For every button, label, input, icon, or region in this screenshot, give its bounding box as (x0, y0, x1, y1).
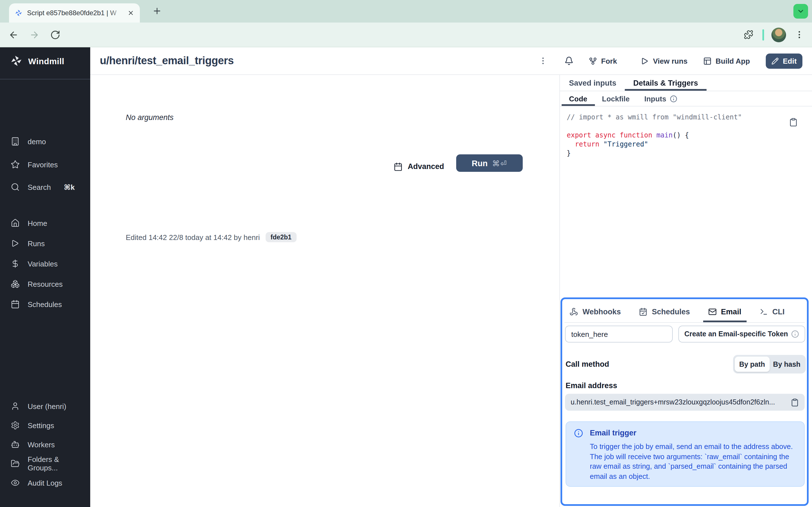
tab-email-label: Email (721, 307, 741, 316)
sidebar-item-label: Home (28, 219, 47, 227)
info-icon (670, 95, 677, 102)
sidebar-item-workspace[interactable]: demo (0, 133, 90, 149)
code-viewer: // import * as wmill from "windmill-clie… (567, 113, 742, 158)
sidebar: Windmill demo Favorites Search ⌘k Home R… (0, 47, 90, 507)
no-arguments-text: No arguments (126, 113, 174, 122)
sidebar-item-schedules[interactable]: Schedules (0, 296, 90, 312)
forward-button[interactable] (29, 30, 40, 40)
version-hash-badge[interactable]: fde2b1 (266, 232, 297, 242)
windmill-brand[interactable]: Windmill (10, 55, 64, 67)
email-address-field[interactable]: u.henri.test_email_triggers+mrsw23zlouxg… (565, 394, 805, 411)
info-title: Email trigger (590, 429, 637, 437)
avatar[interactable] (771, 27, 786, 42)
panel-tabs: Saved inputs Details & Triggers (560, 75, 812, 91)
sidebar-item-variables[interactable]: Variables (0, 256, 90, 272)
sidebar-item-label: Folders & Groups... (28, 455, 90, 472)
tab-email[interactable]: Email (703, 301, 746, 322)
page-title: u/henri/test_email_triggers (100, 55, 234, 67)
call-method-toggle: By path By hash (733, 355, 806, 374)
brand-name: Windmill (28, 56, 64, 66)
tab-code[interactable]: Code (562, 91, 595, 106)
header-kebab-menu[interactable] (539, 47, 548, 74)
by-path-option[interactable]: By path (735, 356, 769, 372)
run-button[interactable]: Run ⌘⏎ (456, 154, 523, 172)
play-icon (641, 57, 649, 65)
tab-inputs[interactable]: Inputs (637, 91, 684, 106)
view-runs-label: View runs (653, 57, 688, 65)
extensions-icon[interactable] (744, 30, 753, 40)
layout-grid-icon (703, 57, 712, 65)
advanced-button[interactable]: Advanced (394, 158, 444, 175)
edited-text: Edited 14:42 22/8 today at 14:42 by henr… (126, 233, 260, 241)
build-app-button[interactable]: Build App (703, 47, 750, 74)
run-label: Run (472, 159, 488, 168)
sidebar-item-home[interactable]: Home (0, 215, 90, 231)
info-body: To trigger the job by email, send an ema… (590, 442, 796, 481)
browser-toolbar: app.windmill.dev/scripts/get/e857be88e0f… (0, 22, 812, 47)
building-icon (11, 137, 20, 146)
edit-label: Edit (783, 57, 797, 65)
browser-tabstrip: Script e857be88e0fde2b1 | W (0, 0, 812, 22)
token-input[interactable] (565, 326, 673, 342)
edit-button[interactable]: Edit (766, 54, 802, 69)
new-tab-button[interactable] (152, 6, 162, 16)
sidebar-item-workers[interactable]: Workers (0, 437, 90, 452)
reload-button[interactable] (50, 30, 60, 40)
sidebar-item-user[interactable]: User (henri) (0, 398, 90, 414)
browser-tab[interactable]: Script e857be88e0fde2b1 | W (9, 3, 140, 22)
calendar-check-icon (639, 307, 647, 316)
webhook-icon (569, 307, 578, 316)
star-icon (11, 160, 20, 169)
back-button[interactable] (8, 30, 18, 40)
calendar-icon (11, 300, 20, 309)
tab-close-icon[interactable] (128, 10, 134, 16)
create-email-token-button[interactable]: Create an Email-specific Token (678, 326, 805, 342)
chevron-down-icon (797, 7, 805, 15)
dollar-icon (11, 259, 20, 268)
sidebar-item-label: Schedules (28, 300, 62, 308)
by-hash-option[interactable]: By hash (769, 356, 804, 372)
tab-details-triggers[interactable]: Details & Triggers (625, 75, 707, 91)
notifications-bell[interactable] (564, 47, 573, 74)
build-app-label: Build App (716, 57, 750, 65)
sidebar-item-runs[interactable]: Runs (0, 235, 90, 251)
sidebar-item-label: Favorites (28, 160, 58, 169)
tab-schedules[interactable]: Schedules (634, 301, 695, 322)
edited-row: Edited 14:42 22/8 today at 14:42 by henr… (126, 232, 297, 242)
folder-open-icon (11, 459, 20, 468)
tab-saved-inputs[interactable]: Saved inputs (560, 75, 625, 91)
fork-label: Fork (601, 57, 617, 65)
sidebar-item-resources[interactable]: Resources (0, 276, 90, 292)
search-icon (11, 182, 20, 191)
envelope-icon (708, 307, 716, 316)
tab-webhooks[interactable]: Webhooks (564, 301, 626, 322)
fork-icon (589, 57, 597, 65)
sidebar-item-settings[interactable]: Settings (0, 417, 90, 433)
clipboard-icon (791, 398, 799, 406)
tab-lockfile[interactable]: Lockfile (595, 91, 637, 106)
copy-code-icon[interactable] (789, 118, 798, 127)
browser-menu-icon[interactable] (795, 30, 804, 40)
user-icon (11, 402, 20, 411)
sidebar-item-folders-groups[interactable]: Folders & Groups... (0, 456, 90, 471)
email-address-label: Email address (566, 381, 617, 390)
sidebar-item-label: User (henri) (28, 402, 66, 410)
sidebar-item-favorites[interactable]: Favorites (0, 157, 90, 172)
search-shortcut: ⌘k (64, 183, 75, 191)
toolbar-divider (762, 29, 764, 41)
fork-button[interactable]: Fork (589, 47, 617, 74)
sidebar-item-label: Search (28, 183, 51, 191)
view-runs-button[interactable]: View runs (641, 47, 688, 74)
home-icon (11, 219, 20, 228)
tab-cli[interactable]: CLI (754, 301, 790, 322)
sidebar-item-search[interactable]: Search ⌘k (0, 179, 90, 195)
email-address-value: u.henri.test_email_triggers+mrsw23zlouxg… (571, 398, 786, 406)
play-icon (11, 239, 20, 248)
page-header: u/henri/test_email_triggers Fork View ru… (90, 47, 812, 75)
sidebar-item-label: Resources (28, 280, 63, 288)
tab-search-button[interactable] (794, 4, 808, 18)
sidebar-item-label: demo (28, 137, 46, 146)
sidebar-item-audit-logs[interactable]: Audit Logs (0, 475, 90, 491)
triggers-panel: Webhooks Schedules Email CLI Create an E… (560, 297, 809, 506)
sidebar-item-label: Runs (28, 239, 45, 247)
